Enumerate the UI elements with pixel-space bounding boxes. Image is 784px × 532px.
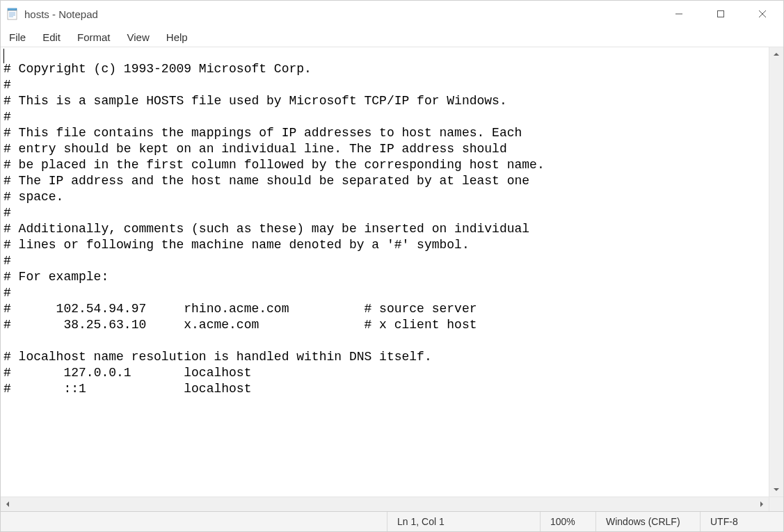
editor-area: # Copyright (c) 1993-2009 Microsoft Corp… [1,47,783,511]
window-controls [658,1,783,27]
svg-marker-10 [760,501,763,507]
status-cursor-position: Ln 1, Col 1 [387,512,540,531]
scroll-right-button[interactable] [755,497,769,511]
chevron-right-icon [758,501,765,508]
svg-marker-8 [774,488,779,491]
menu-edit[interactable]: Edit [34,27,69,47]
maximize-icon [717,10,725,18]
svg-rect-2 [8,10,17,19]
status-line-ending: Windows (CRLF) [595,512,700,531]
menu-view[interactable]: View [119,27,158,47]
status-bar: Ln 1, Col 1 100% Windows (CRLF) UTF-8 [1,511,783,531]
horizontal-scroll-track[interactable] [15,497,755,511]
title-bar[interactable]: hosts - Notepad [1,1,783,27]
chevron-down-icon [773,486,780,493]
menu-format[interactable]: Format [69,27,119,47]
scroll-down-button[interactable] [769,483,783,497]
scroll-up-button[interactable] [769,47,783,61]
notepad-window: hosts - Notepad File Edit Format View He… [0,0,784,532]
close-icon [758,10,767,18]
scroll-left-button[interactable] [1,497,15,511]
minimize-button[interactable] [658,1,700,27]
horizontal-scrollbar[interactable] [1,497,783,511]
svg-rect-4 [718,11,724,17]
editor-inner: # Copyright (c) 1993-2009 Microsoft Corp… [1,47,783,497]
close-button[interactable] [742,1,783,27]
status-zoom: 100% [540,512,595,531]
notepad-icon [6,8,19,20]
status-empty [1,512,387,531]
menu-file[interactable]: File [3,27,34,47]
menu-help[interactable]: Help [158,27,196,47]
menu-bar: File Edit Format View Help [1,27,783,47]
text-viewport: # Copyright (c) 1993-2009 Microsoft Corp… [1,47,769,497]
status-encoding: UTF-8 [700,512,783,531]
window-title: hosts - Notepad [24,8,98,20]
svg-marker-7 [774,53,779,56]
scrollbar-corner [769,497,783,511]
minimize-icon [675,10,683,18]
text-content[interactable]: # Copyright (c) 1993-2009 Microsoft Corp… [1,60,769,398]
chevron-left-icon [4,501,11,508]
svg-marker-9 [6,501,9,507]
maximize-button[interactable] [700,1,742,27]
chevron-up-icon [773,51,780,58]
vertical-scrollbar[interactable] [769,47,783,497]
vertical-scroll-track[interactable] [769,61,783,483]
